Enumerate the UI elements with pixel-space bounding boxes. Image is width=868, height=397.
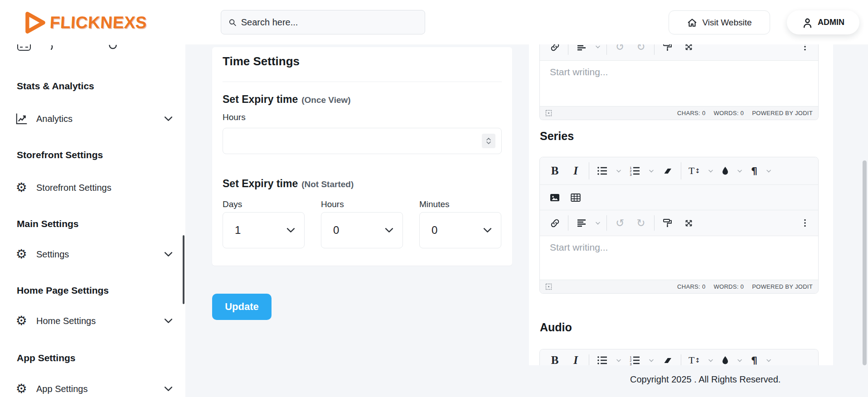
chevron-down-icon	[164, 116, 173, 121]
editor-toolbar-clipped: ↺ ↻	[540, 44, 818, 61]
editor-content-area[interactable]: Start writing...	[540, 236, 818, 280]
sidebar-item-settings[interactable]: ⚙ Settings	[14, 244, 173, 264]
resize-handle-icon[interactable]	[545, 110, 552, 116]
chevron-down-icon[interactable]	[613, 157, 625, 184]
hours-select[interactable]: 0	[321, 212, 403, 248]
font-size-icon[interactable]: T↕	[684, 354, 705, 365]
chevron-down-icon[interactable]	[734, 354, 746, 365]
audio-heading: Audio	[540, 321, 572, 334]
bold-icon[interactable]: B	[544, 354, 565, 365]
eraser-icon[interactable]	[657, 157, 678, 184]
days-select-value: 1	[235, 224, 241, 237]
color-droplet-icon[interactable]	[717, 157, 734, 184]
image-icon[interactable]	[544, 185, 565, 210]
powered-by-jodit[interactable]: POWERED BY JODIT	[752, 283, 813, 290]
sidebar-item-label: Analytics	[36, 114, 73, 124]
expiry-hours-input[interactable]	[223, 128, 502, 154]
top-header: FLICKNEXS Visit Website ADMIN	[0, 0, 868, 44]
chevron-down-icon[interactable]	[705, 354, 717, 365]
divider	[223, 82, 502, 82]
ordered-list-icon[interactable]	[625, 354, 645, 365]
paragraph-icon[interactable]: ¶	[746, 354, 763, 365]
brand-name: FLICKNEXS	[49, 13, 147, 32]
undo-icon[interactable]: ↺	[610, 210, 630, 236]
paragraph-icon[interactable]: ¶	[746, 157, 763, 184]
hours-label: Hours	[321, 199, 344, 209]
redo-icon[interactable]: ↻	[630, 44, 651, 60]
sidebar-section-storefront: Storefront Settings	[17, 150, 103, 160]
align-icon[interactable]	[571, 210, 592, 236]
eraser-icon[interactable]	[657, 354, 678, 365]
undo-icon[interactable]: ↺	[610, 44, 630, 60]
chevron-down-icon[interactable]	[613, 354, 625, 365]
editor-placeholder: Start writing...	[550, 67, 608, 77]
dots-menu-icon[interactable]	[796, 44, 814, 60]
brand-logo[interactable]: FLICKNEXS	[24, 10, 147, 36]
sidebar-scrollbar-thumb[interactable]	[183, 235, 184, 304]
italic-icon[interactable]: I	[565, 157, 586, 184]
unordered-list-icon[interactable]	[592, 354, 613, 365]
once-view-heading: Set Expiry time(Once View)	[223, 93, 351, 106]
paint-roller-icon[interactable]	[657, 44, 678, 60]
sidebar-item-partial[interactable]	[0, 44, 185, 63]
not-started-heading: Set Expiry time(Not Started)	[223, 178, 354, 190]
days-select[interactable]: 1	[223, 212, 305, 248]
sidebar-item-home-settings[interactable]: ⚙ Home Settings	[14, 311, 173, 331]
sidebar-item-app-settings[interactable]: ⚙ App Settings	[14, 379, 173, 397]
toolbar-separator	[568, 215, 568, 231]
admin-menu-button[interactable]: ADMIN	[787, 10, 859, 34]
chevron-down-icon[interactable]	[645, 354, 657, 365]
sidebar-item-label: Storefront Settings	[36, 183, 112, 193]
series-editor: B I T↕ ¶	[539, 157, 819, 294]
powered-by-jodit[interactable]: POWERED BY JODIT	[752, 110, 813, 116]
sidebar-section-app-settings: App Settings	[17, 353, 76, 363]
page-scrollbar-thumb[interactable]	[863, 160, 867, 365]
chevron-down-icon[interactable]	[645, 157, 657, 184]
toolbar-separator	[589, 162, 589, 179]
person-icon	[802, 17, 813, 28]
toolbar-separator	[606, 215, 607, 231]
fullscreen-icon[interactable]	[678, 44, 699, 60]
table-icon[interactable]	[565, 185, 586, 210]
chevron-down-icon[interactable]	[592, 210, 604, 236]
once-view-qualifier: (Once View)	[301, 95, 350, 105]
redo-icon[interactable]: ↻	[630, 210, 651, 236]
unordered-list-icon[interactable]	[592, 157, 613, 184]
sidebar-item-analytics[interactable]: Analytics	[14, 109, 173, 129]
fullscreen-icon[interactable]	[678, 210, 699, 236]
editor-toolbar-row2	[540, 184, 818, 210]
spinner-down-icon	[486, 141, 491, 144]
editor-status-bar: CHARS: 0 WORDS: 0 POWERED BY JODIT	[540, 106, 818, 120]
hours-field-label: Hours	[223, 112, 246, 122]
bold-icon[interactable]: B	[544, 157, 565, 184]
minutes-select[interactable]: 0	[419, 212, 501, 248]
update-button[interactable]: Update	[212, 294, 272, 320]
resize-handle-icon[interactable]	[545, 283, 552, 290]
visit-website-button[interactable]: Visit Website	[669, 10, 770, 34]
editor-toolbar-row1: B I T↕ ¶	[540, 157, 818, 184]
paint-roller-icon[interactable]	[657, 210, 678, 236]
align-icon[interactable]	[571, 44, 592, 60]
link-icon[interactable]	[544, 210, 565, 236]
sidebar-item-storefront-settings[interactable]: ⚙ Storefront Settings	[14, 178, 173, 198]
search-input[interactable]	[241, 17, 417, 28]
number-spinner[interactable]	[482, 134, 495, 148]
chevron-down-icon[interactable]	[705, 157, 717, 184]
chevron-down-icon[interactable]	[592, 44, 604, 60]
color-droplet-icon[interactable]	[717, 354, 734, 365]
visit-website-label: Visit Website	[702, 18, 752, 28]
font-size-icon[interactable]: T↕	[684, 157, 705, 184]
italic-icon[interactable]: I	[565, 354, 586, 365]
toolbar-separator	[606, 44, 607, 55]
editor-content-area[interactable]: Start writing...	[540, 61, 818, 106]
chevron-down-icon[interactable]	[763, 157, 775, 184]
sidebar-item-label: App Settings	[36, 384, 87, 394]
ordered-list-icon[interactable]	[625, 157, 645, 184]
editor-toolbar-row3: ↺ ↻	[540, 210, 818, 236]
chevron-down-icon[interactable]	[734, 157, 746, 184]
expiry-hours-input-wrap	[223, 128, 502, 154]
dots-menu-icon[interactable]	[796, 210, 814, 236]
chevron-down-icon[interactable]	[763, 354, 775, 365]
editor-status-bar: CHARS: 0 WORDS: 0 POWERED BY JODIT	[540, 280, 818, 293]
link-icon[interactable]	[544, 44, 565, 60]
